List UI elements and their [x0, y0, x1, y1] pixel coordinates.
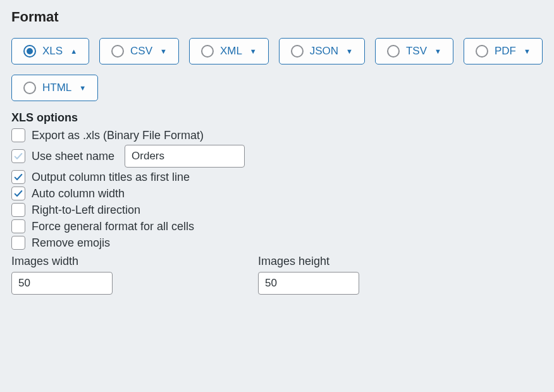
format-label: CSV — [130, 45, 152, 58]
checkbox-remove-emojis[interactable] — [11, 236, 25, 250]
format-label: TSV — [406, 45, 427, 58]
caret-down-icon: ▼ — [250, 47, 257, 55]
label-images-width: Images width — [11, 255, 113, 268]
radio-icon — [387, 45, 400, 58]
sheet-name-input[interactable] — [125, 145, 245, 168]
label-rtl: Right-to-Left direction — [32, 204, 140, 217]
label-output-titles: Output column titles as first line — [32, 171, 190, 184]
caret-down-icon: ▼ — [524, 47, 531, 55]
radio-icon — [23, 45, 36, 58]
label-export-binary: Export as .xls (Binary File Format) — [32, 129, 204, 142]
format-option-xls[interactable]: XLS ▲ — [11, 38, 89, 64]
label-remove-emojis: Remove emojis — [32, 236, 110, 250]
radio-icon — [476, 45, 488, 58]
radio-icon — [23, 82, 36, 94]
images-height-input[interactable] — [258, 272, 359, 295]
format-label: XML — [220, 45, 242, 58]
format-option-json[interactable]: JSON ▼ — [279, 38, 365, 64]
radio-icon — [201, 45, 214, 58]
checkbox-force-general[interactable] — [11, 219, 25, 233]
format-row: XLS ▲ CSV ▼ XML ▼ JSON ▼ TSV ▼ — [11, 38, 543, 101]
format-label: JSON — [310, 45, 338, 58]
caret-down-icon: ▼ — [79, 84, 86, 92]
checkbox-auto-width[interactable] — [11, 187, 25, 200]
checkbox-export-binary[interactable] — [11, 128, 25, 142]
section-title-format: Format — [11, 9, 543, 25]
format-option-html[interactable]: HTML ▼ — [11, 75, 98, 101]
checkbox-output-titles[interactable] — [11, 170, 25, 184]
format-label: PDF — [495, 45, 516, 58]
caret-up-icon: ▲ — [70, 47, 77, 55]
format-option-csv[interactable]: CSV ▼ — [99, 38, 179, 64]
format-option-pdf[interactable]: PDF ▼ — [464, 38, 543, 64]
caret-down-icon: ▼ — [346, 47, 353, 55]
caret-down-icon: ▼ — [434, 47, 441, 55]
label-images-height: Images height — [258, 255, 359, 268]
radio-icon — [111, 45, 124, 58]
xls-options-title: XLS options — [11, 111, 543, 125]
label-auto-width: Auto column width — [32, 187, 125, 200]
caret-down-icon: ▼ — [160, 47, 167, 55]
format-option-tsv[interactable]: TSV ▼ — [375, 38, 453, 64]
format-label: XLS — [42, 45, 63, 58]
checkbox-use-sheet-name[interactable] — [11, 149, 25, 163]
radio-icon — [291, 45, 304, 58]
checkbox-rtl[interactable] — [11, 203, 25, 217]
images-width-input[interactable] — [11, 272, 113, 295]
format-option-xml[interactable]: XML ▼ — [189, 38, 269, 64]
label-use-sheet-name: Use sheet name — [32, 150, 114, 163]
format-label: HTML — [42, 82, 71, 94]
label-force-general: Force general format for all cells — [32, 220, 194, 233]
